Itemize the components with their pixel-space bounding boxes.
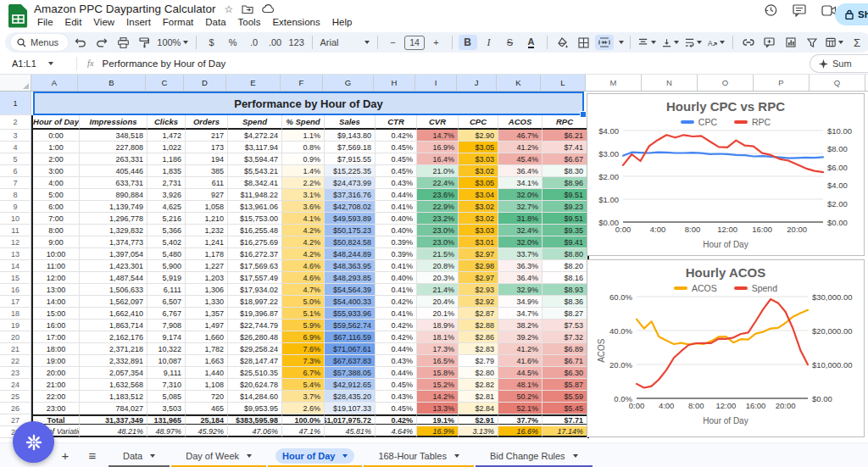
data-cell[interactable]: 23:00 (33, 403, 80, 414)
data-cell[interactable]: 17.3% (417, 343, 459, 355)
data-cell[interactable]: 22.9% (417, 201, 459, 213)
data-cell[interactable]: $19,107.33 (325, 403, 376, 414)
column-title-cell[interactable]: RPC (542, 115, 587, 130)
functions-button[interactable]: Σ (848, 35, 866, 50)
data-cell[interactable]: 32.4% (498, 225, 542, 236)
data-cell[interactable]: 41.6% (498, 355, 542, 367)
data-cell[interactable]: $16,255.48 (228, 225, 282, 236)
data-cell[interactable]: 1,835 (147, 165, 186, 177)
data-cell[interactable]: $2.87 (459, 308, 498, 320)
data-cell[interactable]: $3.04 (459, 189, 498, 201)
format-currency-button[interactable]: $ (203, 35, 221, 50)
chart-hourly-cpc-rpc[interactable]: Hourly CPC vs RPC CPCRPC$0.00$1.00$2.00$… (587, 93, 865, 256)
row-header-21[interactable]: 21 (0, 343, 31, 355)
data-cell[interactable]: $3.02 (459, 201, 498, 213)
tab-menu-caret[interactable] (342, 454, 348, 458)
data-cell[interactable]: 4.6% (282, 260, 325, 272)
data-cell[interactable]: $26,280.48 (228, 331, 282, 343)
row-header-3[interactable]: 3 (0, 130, 31, 142)
total-cell[interactable]: 31,337,349 (80, 414, 147, 425)
data-cell[interactable]: 3:00 (33, 165, 80, 177)
data-cell[interactable]: 41.2% (498, 142, 542, 153)
data-cell[interactable]: $13,961.06 (228, 201, 282, 213)
data-cell[interactable]: 194 (186, 153, 228, 165)
data-cell[interactable]: $3,594.47 (228, 153, 282, 165)
row-header-17[interactable]: 17 (0, 296, 31, 308)
data-cell[interactable]: 1,227 (186, 260, 228, 272)
data-cell[interactable]: 1,506,633 (80, 284, 147, 296)
data-cell[interactable]: $17,569.63 (228, 260, 282, 272)
data-cell[interactable]: 263,331 (80, 153, 147, 165)
data-cell[interactable]: $8.20 (542, 260, 587, 272)
data-cell[interactable]: 0.45% (376, 379, 417, 391)
data-cell[interactable]: 1,632,568 (80, 379, 147, 391)
data-cell[interactable]: 20:00 (33, 367, 80, 379)
data-cell[interactable]: 4.2% (282, 248, 325, 260)
row-header-14[interactable]: 14 (0, 260, 31, 272)
data-cell[interactable]: 9,111 (147, 367, 186, 379)
data-cell[interactable]: $57,388.05 (325, 367, 376, 379)
column-title-cell[interactable]: Spend (228, 115, 282, 130)
menu-extensions[interactable]: Extensions (267, 16, 325, 28)
row-header-13[interactable]: 13 (0, 248, 31, 260)
cv-cell[interactable]: 47.06% (228, 426, 282, 437)
data-cell[interactable]: 1,863,714 (80, 320, 147, 331)
data-cell[interactable]: 4.1% (282, 213, 325, 225)
data-cell[interactable]: $25,510.35 (228, 367, 282, 379)
add-sheet-button[interactable]: + (54, 443, 76, 467)
data-cell[interactable]: $55,933.96 (325, 308, 376, 320)
data-cell[interactable]: $67,116.59 (325, 331, 376, 343)
data-cell[interactable]: 5,480 (147, 248, 186, 260)
fill-color-button[interactable] (553, 35, 571, 50)
menu-view[interactable]: View (88, 16, 120, 28)
data-cell[interactable]: 3,926 (147, 189, 186, 201)
data-cell[interactable]: $20,624.78 (228, 379, 282, 391)
strikethrough-button[interactable]: S (501, 35, 520, 50)
row-header-24[interactable]: 24 (0, 379, 31, 391)
row-header-22[interactable]: 22 (0, 355, 31, 367)
insert-chart-button[interactable] (782, 35, 800, 50)
data-cell[interactable]: 21.4% (417, 284, 459, 296)
data-cell[interactable]: 21.0% (417, 165, 459, 177)
data-cell[interactable]: 0.45% (376, 153, 417, 165)
data-cell[interactable]: 5,216 (147, 213, 186, 225)
cv-cell[interactable]: 3.13% (459, 426, 498, 437)
data-cell[interactable]: $54,400.33 (325, 296, 376, 308)
data-cell[interactable]: $9.35 (542, 225, 587, 236)
column-header-B[interactable]: B (78, 75, 146, 91)
row-header-23[interactable]: 23 (0, 367, 31, 379)
data-cell[interactable]: 20.1% (417, 308, 459, 320)
data-cell[interactable]: $5,543.21 (228, 165, 282, 177)
data-cell[interactable]: $3,117.94 (228, 142, 282, 153)
data-cell[interactable]: 465 (186, 403, 228, 414)
data-cell[interactable]: 890,884 (80, 189, 147, 201)
cv-cell[interactable]: 47.1% (282, 426, 325, 437)
data-cell[interactable]: $9.41 (542, 236, 587, 248)
data-cell[interactable]: 1,330 (186, 296, 228, 308)
data-cell[interactable]: 6,507 (147, 296, 186, 308)
data-cell[interactable]: $7.53 (542, 320, 587, 331)
column-title-cell[interactable]: Orders (186, 115, 228, 130)
merge-cells-button[interactable] (595, 35, 614, 50)
data-cell[interactable]: $6.21 (542, 130, 587, 142)
cv-cell[interactable]: 45.81% (325, 426, 376, 437)
data-cell[interactable]: 1,232 (186, 225, 228, 236)
data-cell[interactable]: $3.02 (459, 165, 498, 177)
data-cell[interactable]: 7,908 (147, 320, 186, 331)
decrease-font-size-button[interactable]: − (383, 35, 402, 50)
data-cell[interactable]: $6.71 (542, 355, 587, 367)
data-cell[interactable]: 32.0% (498, 189, 542, 201)
cv-cell[interactable]: 48.21% (80, 426, 147, 437)
data-cell[interactable]: 784,027 (80, 403, 147, 414)
data-cell[interactable]: $6.30 (542, 367, 587, 379)
column-header-N[interactable]: N (642, 75, 698, 91)
data-cell[interactable]: $16,275.69 (228, 236, 282, 248)
sheet-tab-data[interactable]: Data (108, 443, 170, 467)
column-title-cell[interactable]: ACOS (498, 115, 542, 130)
total-cell[interactable]: 25,184 (186, 414, 228, 425)
share-button[interactable]: Sh (835, 3, 868, 25)
data-cell[interactable]: $3.03 (459, 153, 498, 165)
row-header-18[interactable]: 18 (0, 308, 31, 320)
data-cell[interactable]: 34.9% (498, 296, 542, 308)
data-cell[interactable]: $8.16 (542, 272, 587, 284)
